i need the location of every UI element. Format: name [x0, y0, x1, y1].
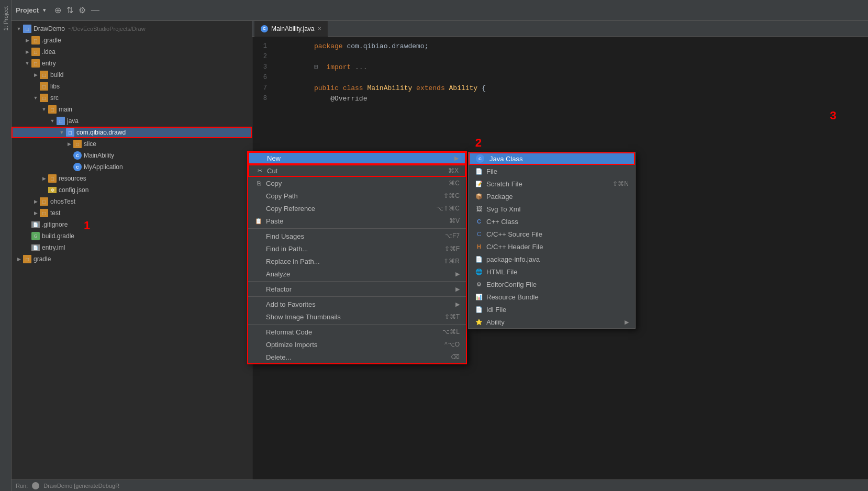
tree-label-ohostest: ohosTest [50, 198, 75, 205]
submenu-item-java-class[interactable]: C Java Class [469, 152, 635, 165]
folder-icon-src: □ [40, 94, 48, 102]
submenu-item-file[interactable]: 📄 File [469, 165, 635, 177]
tree-item-package[interactable]: ▼ □ com.qibiao.drawd [12, 127, 252, 138]
tree-item-libs[interactable]: ▶ □ libs [12, 81, 252, 92]
tree-item-build[interactable]: ▶ □ build [12, 69, 252, 81]
tree-item-java[interactable]: ▼ □ java [12, 115, 252, 127]
menu-item-analyze[interactable]: Analyze ▶ [248, 267, 466, 280]
tree-label-entry-iml: entry.iml [42, 244, 65, 251]
tree-label-drawdemo: DrawDemo [34, 25, 65, 32]
submenu-item-idl-file[interactable]: 📄 Idl File [469, 303, 635, 316]
line-num-1: 1 [252, 42, 273, 50]
tree-item-config-json[interactable]: ▶ ⚙ config.json [12, 184, 252, 196]
submenu-item-c-header[interactable]: H C/C++ Header File [469, 240, 635, 253]
submenu-label-svg-to-xml: Svg To Xml [486, 205, 521, 213]
tree-label-test: test [50, 209, 60, 217]
reformat-shortcut: ⌥⌘L [442, 328, 460, 336]
tree-label-mainability: MainAbility [84, 152, 114, 159]
submenu-package-info-icon: 📄 [475, 255, 483, 263]
tree-item-build-gradle[interactable]: ▶ G build.gradle [12, 230, 252, 242]
toolbar-dropdown-arrow: ▾ [43, 7, 46, 14]
line-num-6: 6 [252, 74, 273, 81]
menu-item-reformat[interactable]: Reformat Code ⌥⌘L [248, 326, 466, 338]
menu-item-copy-path[interactable]: Copy Path ⇧⌘C [248, 189, 466, 202]
submenu-item-package-info[interactable]: 📄 package-info.java [469, 253, 635, 265]
tree-item-ohostest[interactable]: ▶ □ ohosTest [12, 196, 252, 207]
tree-item-gitignore[interactable]: ▶ 📄 .gitignore [12, 219, 252, 230]
menu-item-new[interactable]: New ▶ [248, 152, 466, 164]
tree-label-libs: libs [50, 83, 60, 90]
submenu-item-resource-bundle[interactable]: 📊 Resource Bundle [469, 291, 635, 303]
toolbar-add-icon[interactable]: ⊕ [54, 5, 61, 15]
submenu-item-scratch-file[interactable]: 📝 Scratch File ⇧⌘N [469, 177, 635, 190]
submenu-label-resource-bundle: Resource Bundle [486, 293, 539, 301]
cut-icon: ✂ [255, 166, 264, 175]
menu-item-replace-in-path[interactable]: Replace in Path... ⇧⌘R [248, 255, 466, 267]
tree-item-gradle-root[interactable]: ▶ □ gradle [12, 253, 252, 265]
tree-item-entry[interactable]: ▼ □ entry [12, 58, 252, 69]
tree-label-idea: .idea [42, 48, 55, 55]
submenu-label-idl-file: Idl File [486, 306, 506, 314]
menu-label-find-in-path: Find in Path... [266, 245, 308, 253]
tree-item-entry-iml[interactable]: ▶ 📄 entry.iml [12, 242, 252, 253]
toolbar-minimize-icon[interactable]: — [91, 5, 99, 15]
tree-item-main[interactable]: ▼ □ main [12, 104, 252, 115]
project-panel-title: Project [16, 6, 39, 14]
file-icon-config: ⚙ [48, 187, 57, 193]
line-num-8: 8 [252, 95, 273, 102]
menu-label-copy-reference: Copy Reference [266, 205, 315, 213]
submenu-ability-icon: ⭐ [475, 318, 483, 326]
tree-item-drawdemo[interactable]: ▼ □ DrawDemo ~/DevEcoStudioProjects/Draw [12, 23, 252, 35]
tree-item-idea[interactable]: ▶ □ .idea [12, 46, 252, 58]
submenu-item-svg-to-xml[interactable]: 🖼 Svg To Xml [469, 203, 635, 215]
submenu-new[interactable]: C Java Class 📄 File 📝 [468, 152, 636, 329]
tree-arrow-gradle: ▶ [24, 37, 30, 43]
top-toolbar: Project ▾ ⊕ ⇅ ⚙ — [12, 0, 868, 21]
tree-item-test[interactable]: ▶ □ test [12, 207, 252, 219]
submenu-item-editor-config[interactable]: ⚙ EditorConfig File [469, 278, 635, 291]
toolbar-collapse-icon[interactable]: ⇅ [66, 5, 73, 15]
tree-label-src: src [50, 94, 59, 102]
toolbar-settings-icon[interactable]: ⚙ [79, 5, 86, 15]
tree-arrow-package: ▼ [59, 129, 65, 136]
run-label: Run: [16, 483, 28, 489]
menu-item-copy[interactable]: ⎘ Copy ⌘C [248, 177, 466, 189]
menu-item-copy-reference[interactable]: Copy Reference ⌥⇧⌘C [248, 202, 466, 215]
menu-item-refactor[interactable]: Refactor ▶ [248, 283, 466, 295]
tree-arrow-src: ▼ [32, 95, 39, 101]
scratch-file-shortcut: ⇧⌘N [613, 180, 629, 187]
side-strip-label: 1: Project [3, 6, 9, 30]
submenu-svg-icon: 🖼 [475, 205, 483, 213]
folder-icon-resources: □ [48, 174, 57, 183]
submenu-item-ability[interactable]: ⭐ Ability ▶ [469, 316, 635, 328]
menu-item-add-favorites[interactable]: Add to Favorites ▶ [248, 298, 466, 310]
folder-icon-test: □ [40, 209, 48, 217]
submenu-item-cpp-class[interactable]: C C++ Class [469, 215, 635, 228]
menu-label-add-favorites: Add to Favorites [266, 300, 316, 308]
menu-item-find-usages[interactable]: Find Usages ⌥F7 [248, 230, 466, 242]
menu-item-delete[interactable]: Delete... ⌫ [248, 351, 466, 363]
tree-item-mainability[interactable]: ▶ C MainAbility [12, 150, 252, 161]
menu-item-cut[interactable]: ✂ Cut ⌘X [248, 164, 466, 177]
line-content-8: @Override [273, 87, 367, 110]
menu-label-show-thumbnails: Show Image Thumbnails [266, 313, 341, 321]
tree-item-src[interactable]: ▼ □ src [12, 92, 252, 104]
submenu-item-c-source[interactable]: C C/C++ Source File [469, 228, 635, 240]
tree-arrow-resources: ▶ [41, 175, 47, 182]
tree-item-gradle-hidden[interactable]: ▶ □ .gradle [12, 35, 252, 46]
submenu-arrow-ability: ▶ [625, 319, 629, 326]
menu-item-find-in-path[interactable]: Find in Path... ⇧⌘F [248, 242, 466, 255]
menu-item-show-thumbnails[interactable]: Show Image Thumbnails ⇧⌘T [248, 310, 466, 323]
toolbar-icons: ⊕ ⇅ ⚙ — [54, 5, 99, 15]
tree-item-slice[interactable]: ▶ □ slice [12, 138, 252, 150]
menu-item-optimize-imports[interactable]: Optimize Imports ^⌥O [248, 338, 466, 351]
line-num-3: 3 [252, 63, 273, 71]
folder-icon-package: □ [66, 128, 74, 137]
context-menu[interactable]: 2 New ▶ ✂ Cut ⌘X [247, 151, 467, 364]
menu-item-paste[interactable]: 📋 Paste ⌘V [248, 215, 466, 227]
tree-item-resources[interactable]: ▶ □ resources [12, 173, 252, 184]
project-tree: ▼ □ DrawDemo ~/DevEcoStudioProjects/Draw… [12, 21, 252, 479]
tree-item-myapplication[interactable]: ▶ C MyApplication [12, 161, 252, 173]
submenu-item-html-file[interactable]: 🌐 HTML File [469, 265, 635, 278]
submenu-item-package[interactable]: 📦 Package [469, 190, 635, 203]
